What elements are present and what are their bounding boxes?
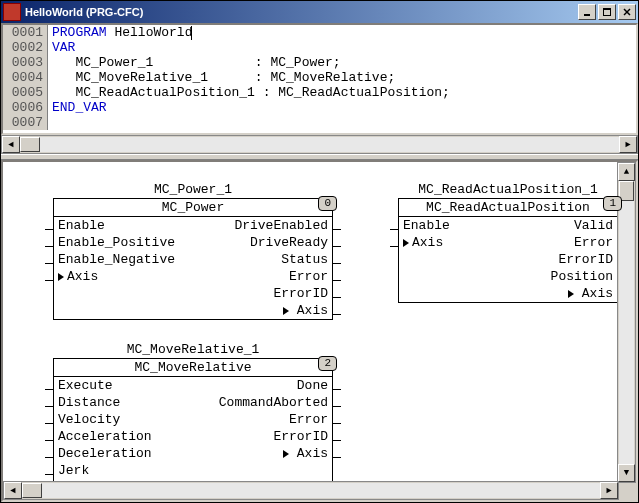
block-mc-power[interactable]: 0 MC_Power_1 MC_Power EnableEnable_Posit… [53,182,333,320]
input-port-acceleration[interactable]: Acceleration [54,428,193,445]
inout-marker-icon [568,290,574,298]
inout-marker-icon [403,239,409,247]
app-icon [3,3,21,21]
output-port-driveready[interactable]: DriveReady [193,234,332,251]
output-port-errorid[interactable]: ErrorID [193,285,332,302]
declaration-hscroll[interactable]: ◄ ► [1,135,638,154]
app-window: HelloWorld (PRG-CFC) 0001PROGRAM HelloWo… [0,0,639,503]
inout-marker-icon [283,450,289,458]
inout-marker-icon [283,307,289,315]
exec-order-badge: 0 [318,196,337,211]
instance-name[interactable]: MC_ReadActualPosition_1 [398,182,618,198]
code-line[interactable]: 0001PROGRAM HelloWorld [3,25,454,40]
fb-type: MC_MoveRelative [54,359,332,377]
line-number: 0002 [3,40,48,55]
scroll-up-button[interactable]: ▲ [618,163,635,181]
cfc-hscroll[interactable]: ◄ ► [3,481,619,500]
line-text[interactable]: MC_ReadActualPosition_1 : MC_ReadActualP… [48,85,454,100]
exec-order-badge: 2 [318,356,337,371]
input-port-distance[interactable]: Distance [54,394,193,411]
line-number: 0006 [3,100,48,115]
input-port-enable_negative[interactable]: Enable_Negative [54,251,193,268]
code-line[interactable]: 0007 [3,115,454,130]
output-port-status[interactable]: Status [193,251,332,268]
fb-type: MC_ReadActualPosition [399,199,617,217]
output-port-errorid[interactable]: ErrorID [193,428,332,445]
input-port-axis[interactable]: Axis [54,268,193,285]
scroll-corner [619,483,636,500]
output-port-errorid[interactable]: ErrorID [508,251,617,268]
code-line[interactable]: 0005 MC_ReadActualPosition_1 : MC_ReadAc… [3,85,454,100]
input-port-execute[interactable]: Execute [54,377,193,394]
line-number: 0007 [3,115,48,130]
output-port-valid[interactable]: Valid [508,217,617,234]
input-port-deceleration[interactable]: Deceleration [54,445,193,462]
cfc-pane[interactable]: 0 MC_Power_1 MC_Power EnableEnable_Posit… [1,160,638,502]
titlebar[interactable]: HelloWorld (PRG-CFC) [1,1,638,23]
line-text[interactable]: MC_Power_1 : MC_Power; [48,55,454,70]
fb-type: MC_Power [54,199,332,217]
code-line[interactable]: 0006END_VAR [3,100,454,115]
line-text[interactable] [48,115,454,130]
scroll-track[interactable] [619,181,634,464]
block-mc-moverelative[interactable]: 2 MC_MoveRelative_1 MC_MoveRelative Exec… [53,342,333,497]
line-text[interactable]: MC_MoveRelative_1 : MC_MoveRelative; [48,70,454,85]
output-port-driveenabled[interactable]: DriveEnabled [193,217,332,234]
maximize-button[interactable] [598,4,616,20]
inout-marker-icon [58,273,64,281]
scroll-track[interactable] [22,483,600,498]
code-editor[interactable]: 0001PROGRAM HelloWorld0002VAR0003 MC_Pow… [3,25,454,130]
line-number: 0004 [3,70,48,85]
scroll-down-button[interactable]: ▼ [618,464,635,482]
line-number: 0003 [3,55,48,70]
output-port-error[interactable]: Error [193,268,332,285]
minimize-button[interactable] [578,4,596,20]
line-number: 0005 [3,85,48,100]
input-port-enable_positive[interactable]: Enable_Positive [54,234,193,251]
scroll-left-button[interactable]: ◄ [2,136,20,153]
close-button[interactable] [618,4,636,20]
output-port-position[interactable]: Position [508,268,617,285]
scroll-thumb[interactable] [22,483,42,498]
code-line[interactable]: 0003 MC_Power_1 : MC_Power; [3,55,454,70]
output-port-error[interactable]: Error [193,411,332,428]
input-port-enable[interactable]: Enable [54,217,193,234]
scroll-track[interactable] [20,137,619,152]
line-text[interactable]: PROGRAM HelloWorld [48,25,454,40]
code-line[interactable]: 0004 MC_MoveRelative_1 : MC_MoveRelative… [3,70,454,85]
line-text[interactable]: END_VAR [48,100,454,115]
output-port-commandaborted[interactable]: CommandAborted [193,394,332,411]
scroll-right-button[interactable]: ► [619,136,637,153]
output-port-error[interactable]: Error [508,234,617,251]
scroll-left-button[interactable]: ◄ [4,482,22,499]
output-port-axis[interactable]: Axis [508,285,617,302]
instance-name[interactable]: MC_MoveRelative_1 [53,342,333,358]
code-line[interactable]: 0002VAR [3,40,454,55]
output-port-done[interactable]: Done [193,377,332,394]
window-title: HelloWorld (PRG-CFC) [25,6,578,18]
scroll-right-button[interactable]: ► [600,482,618,499]
line-number: 0001 [3,25,48,40]
exec-order-badge: 1 [603,196,622,211]
input-port-axis[interactable]: Axis [399,234,508,251]
input-port-enable[interactable]: Enable [399,217,508,234]
svg-rect-0 [584,14,590,16]
svg-rect-2 [603,8,611,10]
cfc-canvas[interactable]: 0 MC_Power_1 MC_Power EnableEnable_Posit… [3,162,636,500]
output-port-axis[interactable]: Axis [193,302,332,319]
input-port-jerk[interactable]: Jerk [54,462,193,479]
output-port-axis[interactable]: Axis [193,445,332,462]
input-port-velocity[interactable]: Velocity [54,411,193,428]
instance-name[interactable]: MC_Power_1 [53,182,333,198]
line-text[interactable]: VAR [48,40,454,55]
declaration-pane[interactable]: 0001PROGRAM HelloWorld0002VAR0003 MC_Pow… [1,23,638,135]
block-mc-readactualposition[interactable]: 1 MC_ReadActualPosition_1 MC_ReadActualP… [398,182,618,303]
scroll-thumb[interactable] [20,137,40,152]
